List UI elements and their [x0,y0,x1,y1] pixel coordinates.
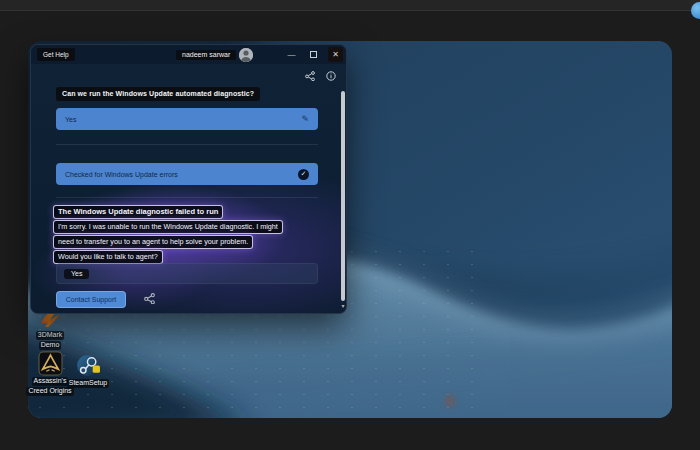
maximize-icon [310,51,317,58]
desktop-icon-label: Creed Origins [26,387,73,396]
result-line-1: I'm sorry. I was unable to run the Windo… [53,220,283,234]
desktop-icon-label: SteamSetup [67,379,110,388]
check-circle-icon: ✓ [298,169,309,180]
toolbar [304,70,336,81]
yes-option-label: Yes [64,269,89,279]
share-nodes-icon [144,293,155,304]
close-button[interactable]: ✕ [328,47,343,62]
divider [56,144,318,145]
checked-status-bar[interactable]: Checked for Windows Update errors ✓ [56,163,318,185]
yes-option-bar[interactable]: Yes [56,263,318,284]
contact-support-label: Contact Support [66,296,117,303]
account-chip[interactable]: nadeem sarwar [176,47,253,62]
titlebar[interactable]: Get Help nadeem sarwar — ✕ [31,45,346,64]
avatar-silhouette [239,48,253,62]
highlighted-result: The Windows Update diagnostic failed to … [53,205,283,264]
blue-indicator-dot [691,2,700,19]
result-title: The Windows Update diagnostic failed to … [53,205,223,219]
desktop-icon-label: Demo [39,341,62,350]
chat-content: ▾ Can we run the Windows Update automate… [31,64,346,314]
checked-status-label: Checked for Windows Update errors [65,171,178,178]
share-conversation-button[interactable] [144,290,155,308]
result-line-2: need to transfer you to an agent to help… [53,235,253,249]
scrollbar[interactable] [341,91,345,301]
close-icon: ✕ [332,50,339,59]
desktop-icon-steamsetup[interactable]: SteamSetup [65,353,111,388]
action-row: Contact Support [56,290,155,308]
user-avatar [239,48,253,62]
divider [56,197,318,198]
get-help-window: Get Help nadeem sarwar — ✕ [30,44,347,314]
steam-icon [76,353,101,378]
top-strip [0,0,700,11]
window-title: Get Help [37,48,75,61]
wallpaper-smudge [442,391,458,411]
info-icon [326,71,336,81]
window-controls: — ✕ [284,45,343,64]
bot-question: Can we run the Windows Update automated … [56,87,260,101]
assassins-creed-icon [38,351,63,376]
info-button[interactable] [325,70,336,81]
maximize-button[interactable] [306,47,321,62]
yes-response-label: Yes [65,116,76,123]
share-feedback-button[interactable] [304,70,315,81]
edit-pencil-icon[interactable]: ✎ [301,115,309,124]
check-icon: ✓ [301,170,307,178]
minimize-button[interactable]: — [284,47,299,62]
minimize-icon: — [288,50,296,59]
user-name: nadeem sarwar [176,50,236,60]
desktop-icon-label: 3DMark [36,331,65,340]
contact-support-button[interactable]: Contact Support [56,291,126,308]
desktop-icon-label: Assassin's [32,377,69,386]
yes-response-bar[interactable]: Yes ✎ [56,108,318,130]
screen: 3DMark Demo Assassin's Creed Origins Ste… [0,0,700,450]
share-nodes-icon [305,71,315,81]
scroll-down-icon[interactable]: ▾ [340,302,346,309]
